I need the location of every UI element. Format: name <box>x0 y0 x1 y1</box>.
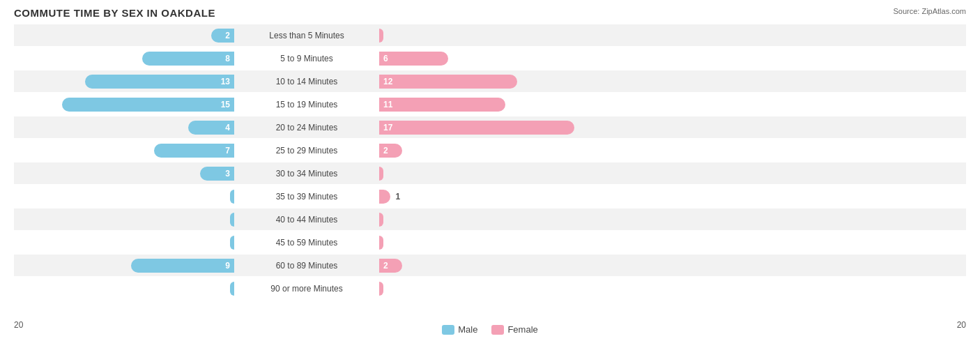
chart-row: 40 to 44 Minutes <box>14 208 966 230</box>
chart-row: 85 to 9 Minutes6 <box>14 47 966 69</box>
female-bar: 12 <box>379 75 517 89</box>
male-section: 13 <box>14 70 237 92</box>
male-section: 15 <box>14 93 237 115</box>
female-bar: 2 <box>379 144 402 158</box>
female-bar <box>379 167 383 181</box>
female-bar: 17 <box>379 121 574 135</box>
chart-row: 1515 to 19 Minutes11 <box>14 93 966 115</box>
row-label: 5 to 9 Minutes <box>237 54 376 63</box>
male-section: 8 <box>14 47 237 69</box>
female-section <box>376 232 599 253</box>
axis-bottom: 20 Male Female 20 <box>14 317 966 335</box>
male-bar: 8 <box>142 52 234 66</box>
female-section <box>376 162 599 184</box>
male-bar <box>230 236 234 250</box>
female-section: 11 <box>376 93 599 115</box>
legend-female-label: Female <box>507 324 537 335</box>
female-section <box>376 208 599 230</box>
legend: Male Female <box>442 324 538 335</box>
male-bar: 9 <box>131 259 234 273</box>
chart-row: 1310 to 14 Minutes12 <box>14 70 966 92</box>
chart-row: 45 to 59 Minutes <box>14 232 966 253</box>
male-bar: 15 <box>62 98 234 112</box>
row-label: 40 to 44 Minutes <box>237 215 376 225</box>
chart-row: 420 to 24 Minutes17 <box>14 116 966 138</box>
row-label: 35 to 39 Minutes <box>237 192 376 202</box>
female-section <box>376 24 599 46</box>
female-section: 6 <box>376 47 599 69</box>
legend-male: Male <box>442 324 477 335</box>
row-label: 90 or more Minutes <box>237 284 376 294</box>
chart-row: 2Less than 5 Minutes <box>14 24 966 46</box>
row-label: 20 to 24 Minutes <box>237 123 376 132</box>
male-section: 7 <box>14 139 237 161</box>
female-bar <box>379 236 383 250</box>
female-bar <box>379 282 383 296</box>
male-bar: 4 <box>188 121 234 135</box>
male-section <box>14 185 237 207</box>
legend-male-label: Male <box>458 324 477 335</box>
source-text: Source: ZipAtlas.com <box>893 7 966 15</box>
male-section <box>14 278 237 299</box>
chart-row: 90 or more Minutes <box>14 278 966 299</box>
male-bar <box>230 213 234 227</box>
chart-row: 35 to 39 Minutes1 <box>14 185 966 207</box>
legend-female-box <box>491 325 504 335</box>
chart-container: COMMUTE TIME BY SEX IN OAKDALE Source: Z… <box>0 0 980 364</box>
male-section: 9 <box>14 255 237 276</box>
row-label: Less than 5 Minutes <box>237 31 376 40</box>
male-section: 2 <box>14 24 237 46</box>
female-section: 1 <box>376 185 599 207</box>
female-bar <box>379 29 383 43</box>
row-label: 15 to 19 Minutes <box>237 100 376 109</box>
female-bar <box>379 213 383 227</box>
female-bar <box>379 190 390 204</box>
chart-title: COMMUTE TIME BY SEX IN OAKDALE <box>14 7 966 19</box>
male-bar: 3 <box>200 167 234 181</box>
chart-row: 960 to 89 Minutes2 <box>14 255 966 276</box>
legend-female: Female <box>491 324 537 335</box>
male-section: 4 <box>14 116 237 138</box>
row-label: 25 to 29 Minutes <box>237 146 376 156</box>
male-bar: 7 <box>154 144 234 158</box>
female-section <box>376 278 599 299</box>
row-label: 30 to 34 Minutes <box>237 169 376 179</box>
male-bar <box>230 282 234 296</box>
chart-area: 2Less than 5 Minutes85 to 9 Minutes61310… <box>14 24 966 317</box>
male-bar: 2 <box>211 29 234 43</box>
female-section: 12 <box>376 70 599 92</box>
male-section: 3 <box>14 162 237 184</box>
chart-row: 330 to 34 Minutes <box>14 162 966 184</box>
male-bar <box>230 190 234 204</box>
chart-row: 725 to 29 Minutes2 <box>14 139 966 161</box>
female-bar: 2 <box>379 259 402 273</box>
row-label: 10 to 14 Minutes <box>237 77 376 86</box>
male-section <box>14 208 237 230</box>
female-section: 2 <box>376 255 599 276</box>
legend-male-box <box>442 325 454 335</box>
female-section: 2 <box>376 139 599 161</box>
row-label: 60 to 89 Minutes <box>237 261 376 271</box>
row-label: 45 to 59 Minutes <box>237 238 376 248</box>
male-bar: 13 <box>85 75 234 89</box>
female-section: 17 <box>376 116 599 138</box>
axis-left-val: 20 <box>14 320 23 335</box>
male-section <box>14 232 237 253</box>
female-bar: 6 <box>379 52 448 66</box>
axis-right-val: 20 <box>957 320 966 335</box>
female-bar: 11 <box>379 98 505 112</box>
